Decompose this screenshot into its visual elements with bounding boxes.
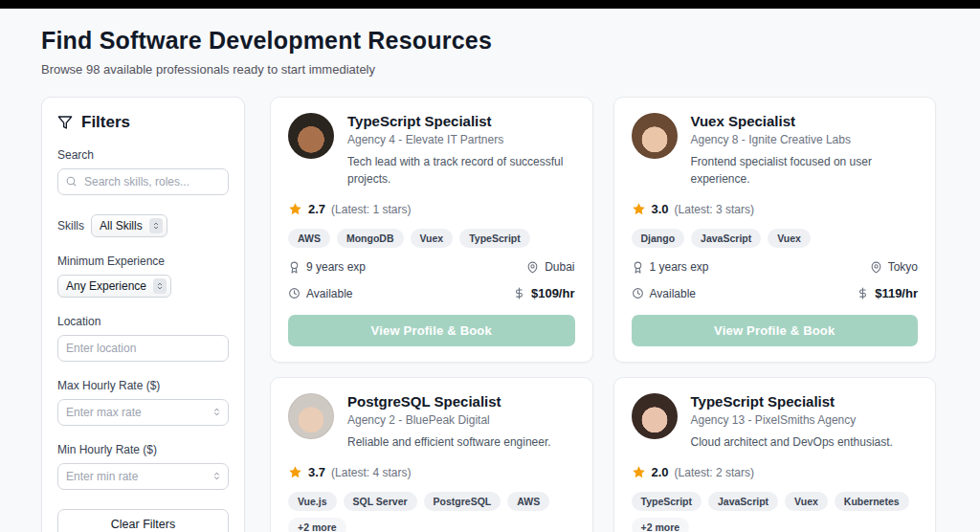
location-input[interactable] [57, 335, 229, 362]
filters-panel: Filters Search Skills All Skills Minimum… [41, 97, 245, 532]
star-icon [288, 202, 302, 216]
card-title: TypeScript Specialist [691, 393, 893, 410]
rating-row: 2.0 (Latest: 2 stars) [632, 465, 919, 479]
rate-cell: $109/hr [513, 286, 575, 300]
search-input[interactable] [57, 168, 229, 195]
rate-cell: $119/hr [857, 286, 918, 300]
avatar [632, 113, 678, 159]
clear-filters-button[interactable]: Clear Filters [57, 509, 229, 532]
star-icon [288, 465, 302, 479]
card-header: TypeScript Specialist Agency 13 - PixelS… [632, 393, 919, 451]
max-rate-wrap [57, 399, 229, 426]
chevrons-up-down-icon [155, 280, 165, 292]
rating-latest: (Latest: 4 stars) [331, 466, 411, 479]
skills-select-value: All Skills [100, 219, 143, 233]
clock-icon [288, 287, 301, 299]
skill-tag: Vuex [411, 229, 454, 248]
card-description: Frontend specialist focused on user expe… [691, 153, 919, 188]
min-rate-label: Min Hourly Rate ($) [57, 443, 229, 456]
rating-value: 2.0 [652, 465, 669, 479]
experience-location-row: 9 years exp Dubai [288, 260, 575, 274]
avatar [632, 393, 678, 439]
map-pin-icon [526, 261, 539, 274]
max-rate-label: Max Hourly Rate ($) [57, 379, 229, 392]
experience-select[interactable]: Any Experience [57, 275, 171, 298]
location-cell: Tokyo [870, 260, 918, 274]
professional-card: TypeScript Specialist Agency 13 - PixelS… [613, 377, 937, 532]
more-skills-tag: +2 more [632, 518, 690, 532]
tags-row: TypeScriptJavaScriptVuexKubernetes+2 mor… [632, 492, 919, 532]
professional-card: Vuex Specialist Agency 8 - Ignite Creati… [613, 97, 937, 363]
search-label: Search [57, 148, 229, 162]
search-input-wrap [57, 168, 229, 195]
location-text: Tokyo [888, 260, 918, 274]
view-profile-button[interactable]: View Profile & Book [288, 315, 575, 346]
skill-tag: JavaScript [691, 229, 761, 248]
select-stepper [149, 218, 163, 233]
star-icon [632, 202, 646, 216]
skill-tag: TypeScript [459, 229, 529, 248]
rating-row: 3.7 (Latest: 4 stars) [288, 465, 575, 479]
skill-tag: AWS [288, 229, 330, 248]
more-skills-tag: +2 more [288, 518, 346, 532]
experience-cell: 1 years exp [632, 260, 709, 274]
rating-latest: (Latest: 1 stars) [331, 203, 411, 216]
location-text: Dubai [545, 260, 574, 274]
card-agency: Agency 2 - BluePeak Digital [347, 413, 551, 427]
dollar-icon [857, 287, 869, 299]
experience-text: 9 years exp [306, 260, 366, 274]
skill-tag: TypeScript [632, 492, 702, 511]
dollar-icon [513, 287, 525, 299]
avatar [288, 113, 334, 159]
min-rate-input[interactable] [57, 463, 229, 490]
view-profile-button[interactable]: View Profile & Book [632, 315, 919, 346]
professional-card: PostgreSQL Specialist Agency 2 - BluePea… [270, 377, 593, 532]
rating-value: 2.7 [308, 202, 325, 216]
award-icon [632, 261, 644, 274]
filter-funnel-icon [57, 115, 73, 130]
filters-header: Filters [57, 113, 229, 132]
card-head-text: Vuex Specialist Agency 8 - Ignite Creati… [691, 113, 919, 188]
card-agency: Agency 13 - PixelSmiths Agency [691, 413, 893, 427]
skills-select[interactable]: All Skills [91, 214, 167, 237]
skill-tag: JavaScript [708, 492, 778, 511]
select-stepper [153, 278, 167, 294]
rate-text: $109/hr [531, 286, 575, 300]
skills-label: Skills [57, 219, 84, 233]
card-description: Cloud architect and DevOps enthusiast. [691, 433, 893, 451]
location-cell: Dubai [526, 260, 574, 274]
content: Filters Search Skills All Skills Minimum… [41, 97, 936, 532]
rating-row: 3.0 (Latest: 3 stars) [632, 202, 919, 216]
top-bar [0, 0, 980, 9]
experience-cell: 9 years exp [288, 260, 366, 274]
award-icon [288, 261, 301, 274]
skill-tag: Vuex [768, 229, 811, 248]
rating-latest: (Latest: 2 stars) [675, 466, 754, 479]
skill-tag: SQL Server [344, 492, 417, 511]
star-icon [632, 465, 646, 479]
page-title: Find Software Development Resources [41, 27, 936, 55]
availability-cell: Available [288, 287, 352, 300]
page-subtitle: Browse 98 available professionals ready … [41, 62, 936, 77]
experience-location-row: 1 years exp Tokyo [632, 260, 919, 274]
clock-icon [632, 287, 644, 299]
skills-row: Skills All Skills [57, 214, 229, 237]
skill-tag: AWS [507, 492, 549, 511]
number-stepper-icon[interactable] [212, 406, 222, 418]
availability-text: Available [650, 287, 696, 300]
number-stepper-icon[interactable] [212, 470, 222, 482]
card-description: Tech lead with a track record of success… [347, 153, 575, 188]
chevrons-up-down-icon [151, 220, 161, 232]
skill-tag: Kubernetes [835, 492, 909, 511]
max-rate-input[interactable] [57, 399, 229, 426]
card-title: Vuex Specialist [691, 113, 919, 129]
location-label: Location [57, 315, 229, 328]
card-header: PostgreSQL Specialist Agency 2 - BluePea… [288, 393, 575, 451]
tags-row: Vue.jsSQL ServerPostgreSQLAWS+2 more [288, 492, 575, 532]
filters-title: Filters [81, 113, 130, 132]
results-grid: TypeScript Specialist Agency 4 - Elevate… [270, 97, 936, 532]
rating-value: 3.0 [652, 202, 669, 216]
card-header: Vuex Specialist Agency 8 - Ignite Creati… [632, 113, 919, 188]
min-rate-wrap [57, 463, 229, 490]
professional-card: TypeScript Specialist Agency 4 - Elevate… [270, 97, 593, 363]
